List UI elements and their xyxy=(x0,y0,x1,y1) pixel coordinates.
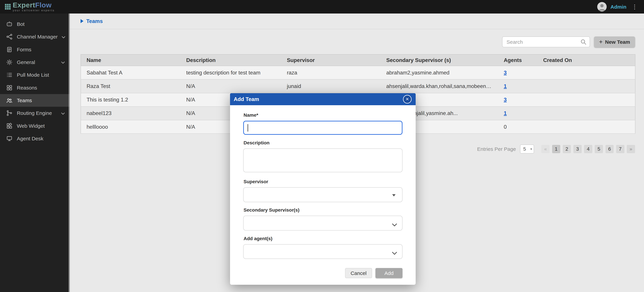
user-icon xyxy=(597,2,607,12)
brand-name-secondary: Flow xyxy=(35,1,52,9)
supervisor-select[interactable] xyxy=(243,187,403,202)
brand-tagline: your callcenter experts xyxy=(13,9,54,12)
sidebar-item-label: Forms xyxy=(17,46,66,52)
sidebar-item-label: Routing Engine xyxy=(17,110,57,116)
user-name[interactable]: Admin xyxy=(610,4,626,10)
add-button[interactable]: Add xyxy=(376,268,403,278)
column-header-created-on: Created On xyxy=(538,54,635,66)
supervisor-field-label: Supervisor xyxy=(244,179,402,184)
breadcrumb-bar: Teams xyxy=(70,14,644,29)
table-row[interactable]: Raza Test N/A junaid ahsenjalil,warda.kh… xyxy=(81,80,635,93)
sidebar-item-pull-mode-list[interactable]: Pull Mode List xyxy=(0,68,70,81)
secondary-supervisor-select[interactable] xyxy=(243,216,403,230)
cell-name: Raza Test xyxy=(81,80,180,93)
cell-created-on xyxy=(538,93,635,106)
agents-count-link[interactable]: 3 xyxy=(504,96,507,103)
avatar[interactable] xyxy=(597,2,607,12)
entries-per-page-value: 5 xyxy=(523,146,526,152)
cell-secondary-supervisor: ahsenjalil,warda.khan,rohail,sana,mobeen… xyxy=(380,80,498,93)
column-header-agents: Agents xyxy=(498,54,537,66)
routing-engine-icon xyxy=(6,110,13,116)
add-team-modal: Add Team × Name* Description Supervisor … xyxy=(230,93,416,285)
page-button-2[interactable]: 2 xyxy=(563,145,571,153)
new-team-button[interactable]: + New Team xyxy=(594,36,635,47)
cell-name: Sabahat Test A xyxy=(81,66,180,80)
agents-count-link[interactable]: 3 xyxy=(504,70,507,76)
add-agents-select[interactable] xyxy=(243,244,403,259)
sidebar-item-forms[interactable]: Forms xyxy=(0,43,70,56)
sidebar-item-label: Channel Manager xyxy=(17,34,58,40)
brand-text: ExpertFlow your callcenter experts xyxy=(13,2,54,12)
cell-created-on xyxy=(538,120,635,134)
table-row[interactable]: Sabahat Test A testing description for t… xyxy=(81,66,635,80)
sidebar-item-bot[interactable]: Bot xyxy=(0,18,70,30)
close-icon[interactable]: × xyxy=(403,95,412,104)
page-button-7[interactable]: 7 xyxy=(616,145,624,153)
sidebar-item-label: General xyxy=(17,59,57,65)
sidebar-item-agent-desk[interactable]: Agent Desk xyxy=(0,132,70,145)
breadcrumb-label: Teams xyxy=(86,18,103,24)
chevron-down-icon: ▾ xyxy=(530,147,532,151)
sidebar-item-label: Agent Desk xyxy=(17,136,66,142)
team-name-input[interactable] xyxy=(243,121,403,135)
page-button-1[interactable]: 1 xyxy=(552,145,560,153)
teams-icon xyxy=(6,97,13,104)
add-agents-field-label: Add agent(s) xyxy=(244,236,402,241)
page-button-5[interactable]: 5 xyxy=(595,145,603,153)
sidebar-item-label: Pull Mode List xyxy=(17,72,66,78)
team-description-textarea[interactable] xyxy=(243,148,403,172)
search-input[interactable] xyxy=(502,36,590,47)
sidebar-item-routing-engine[interactable]: Routing Engine xyxy=(0,107,70,120)
reasons-icon xyxy=(6,84,13,91)
brand-name-primary: Expert xyxy=(13,1,35,9)
forms-icon xyxy=(6,46,13,53)
cell-created-on xyxy=(538,106,635,120)
secondary-supervisor-field-label: Secondary Supervisor(s) xyxy=(244,208,402,213)
cell-description: N/A xyxy=(180,80,281,93)
page-button-3[interactable]: 3 xyxy=(574,145,582,153)
entries-per-page-select[interactable]: 5 ▾ xyxy=(520,144,534,154)
page-button-4[interactable]: 4 xyxy=(584,145,592,153)
page-button-6[interactable]: 6 xyxy=(606,145,614,153)
sidebar-item-general[interactable]: General xyxy=(0,56,70,68)
cancel-button[interactable]: Cancel xyxy=(345,268,372,278)
widget-icon xyxy=(6,122,13,129)
sidebar-item-label: Web Widget xyxy=(17,123,66,129)
toolbar: + New Team xyxy=(80,36,635,47)
column-header-name: Name xyxy=(81,54,180,66)
sidebar-item-web-widget[interactable]: Web Widget xyxy=(0,120,70,132)
sidebar: Bot Channel Manager Forms General xyxy=(0,14,70,292)
cell-supervisor: junaid xyxy=(281,80,380,93)
sidebar-item-label: Reasons xyxy=(17,85,66,91)
column-header-description: Description xyxy=(180,54,281,66)
modal-footer: Cancel Add xyxy=(243,268,403,278)
cell-secondary-supervisor: abraham2,yasmine.ahmed xyxy=(380,66,498,80)
breadcrumb[interactable]: Teams xyxy=(80,18,103,24)
top-bar: ExpertFlow your callcenter experts Admin… xyxy=(0,0,644,14)
cell-name: hellloooo xyxy=(81,120,180,134)
page-next-button[interactable]: » xyxy=(627,145,635,153)
chevron-down-icon xyxy=(392,250,397,257)
table-header-row: Name Description Supervisor Secondary Su… xyxy=(81,54,635,66)
sidebar-item-channel-manager[interactable]: Channel Manager xyxy=(0,30,70,43)
text-caret xyxy=(248,124,248,132)
cell-supervisor: raza xyxy=(281,66,380,80)
agents-count-link[interactable]: 1 xyxy=(504,110,507,116)
chevron-down-icon xyxy=(61,110,65,116)
sidebar-item-reasons[interactable]: Reasons xyxy=(0,81,70,94)
kebab-menu-icon[interactable]: ⋮ xyxy=(630,4,639,10)
page-prev-button[interactable]: « xyxy=(541,145,550,153)
cell-name: nabeel123 xyxy=(81,106,180,120)
name-field-wrap xyxy=(243,121,403,135)
cell-created-on xyxy=(538,66,635,80)
gear-icon xyxy=(6,59,13,66)
plus-icon: + xyxy=(599,39,602,45)
list-icon xyxy=(6,72,13,78)
sidebar-item-teams[interactable]: Teams xyxy=(0,94,70,107)
expander-triangle-icon xyxy=(80,19,84,23)
name-field-label: Name* xyxy=(244,112,402,118)
new-team-button-label: New Team xyxy=(605,39,630,45)
agents-count-link[interactable]: 1 xyxy=(504,83,507,89)
column-header-supervisor: Supervisor xyxy=(281,54,380,66)
cell-name: This is testing 1.2 xyxy=(81,93,180,106)
